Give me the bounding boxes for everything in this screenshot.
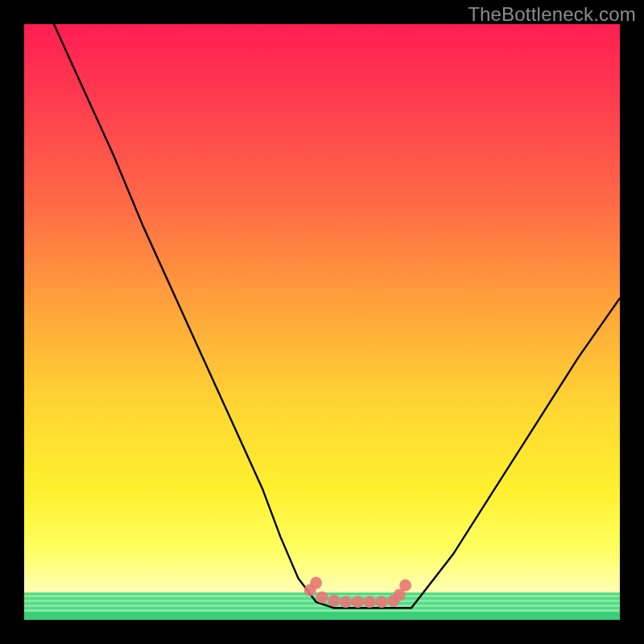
marker-dot <box>316 591 328 603</box>
marker-dot <box>310 577 322 589</box>
bottleneck-curve <box>54 24 620 608</box>
watermark-text: TheBottleneck.com <box>468 3 636 26</box>
chart-frame: TheBottleneck.com <box>0 0 644 644</box>
plot-area <box>24 24 620 620</box>
chart-svg <box>24 24 620 620</box>
marker-dot <box>399 580 411 592</box>
marker-dot <box>376 596 388 608</box>
marker-dot <box>364 596 376 608</box>
marker-dot <box>328 595 340 607</box>
marker-dot <box>340 596 352 608</box>
marker-dot <box>352 596 364 608</box>
